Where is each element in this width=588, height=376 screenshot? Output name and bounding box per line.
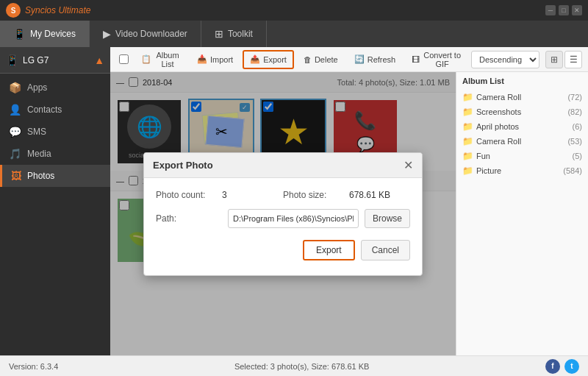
album-count-3: (6) [573, 122, 582, 131]
select-all-checkbox[interactable] [119, 54, 129, 64]
status-bar: Version: 6.3.4 Selected: 3 photo(s), Siz… [0, 355, 588, 376]
refresh-button[interactable]: 🔄 Refresh [348, 50, 403, 69]
album-name-5: Fun [476, 152, 570, 160]
album-item-screenshots[interactable]: 📁 Screenshots (82) [461, 104, 584, 119]
delete-icon: 🗑 [304, 55, 312, 64]
album-name-4: Camera Roll [476, 137, 564, 146]
album-list-label: Album List [154, 51, 181, 68]
convert-gif-button[interactable]: 🎞 Convert to GIF [405, 50, 468, 69]
album-icon-5: 📁 [462, 151, 473, 161]
album-item-camera-roll-1[interactable]: 📁 Camera Roll (72) [461, 90, 584, 104]
close-button[interactable]: ✕ [572, 5, 582, 15]
refresh-label: Refresh [368, 55, 396, 64]
album-icon-4: 📁 [462, 136, 473, 146]
app-title: Syncios Ultimate [25, 5, 90, 15]
photo-count-value: 3 [222, 190, 283, 200]
grid-view-button[interactable]: ⊞ [545, 51, 563, 68]
album-item-camera-roll-2[interactable]: 📁 Camera Roll (53) [461, 134, 584, 149]
sidebar-item-apps-label: Apps [27, 82, 47, 93]
tab-my-devices[interactable]: 📱 My Devices [0, 21, 90, 47]
media-icon: 🎵 [9, 148, 21, 160]
path-label: Path: [156, 213, 222, 224]
nav-bar: 📱 My Devices ▶ Video Downloader ⊞ Toolki… [0, 21, 588, 47]
album-icon-2: 📁 [462, 107, 473, 117]
sidebar-item-photos[interactable]: 🖼 Photos [0, 165, 110, 187]
sidebar-item-sms-label: SMS [27, 127, 46, 137]
sidebar-item-media[interactable]: 🎵 Media [0, 143, 110, 165]
photo-size-value: 678.61 KB [349, 190, 410, 200]
refresh-icon: 🔄 [354, 54, 365, 64]
convert-gif-icon: 🎞 [412, 55, 420, 64]
tab-video-downloader-label: Video Downloader [115, 29, 187, 39]
toolkit-icon: ⊞ [215, 28, 223, 40]
window-controls[interactable]: ─ □ ✕ [545, 5, 582, 15]
delete-label: Delete [315, 55, 338, 64]
album-count-1: (72) [567, 93, 582, 102]
list-view-button[interactable]: ☰ [564, 51, 582, 68]
sidebar-item-contacts[interactable]: 👤 Contacts [0, 99, 110, 121]
contacts-icon: 👤 [9, 104, 21, 116]
photos-icon: 🖼 [11, 170, 21, 182]
import-label: Import [210, 55, 233, 64]
modal-body: Photo count: 3 Photo size: 678.61 KB Pat… [144, 178, 422, 275]
export-modal: Export Photo ✕ Photo count: 3 Photo size… [143, 152, 423, 276]
twitter-button[interactable]: t [564, 359, 579, 374]
album-name-2: Screenshots [476, 107, 564, 116]
album-count-5: (5) [573, 152, 582, 160]
my-devices-icon: 📱 [13, 28, 26, 40]
convert-gif-label: Convert to GIF [423, 51, 462, 68]
album-name-3: April photos [476, 122, 570, 131]
export-label: Export [263, 55, 287, 64]
sidebar-item-sms[interactable]: 💬 SMS [0, 121, 110, 143]
export-button[interactable]: 📤 Export [243, 50, 294, 69]
sidebar: 📱 LG G7 ▲ 📦 Apps 👤 Contacts 💬 SMS 🎵 Medi… [0, 47, 110, 355]
sidebar-item-apps[interactable]: 📦 Apps [0, 77, 110, 99]
sidebar-item-photos-label: Photos [27, 171, 54, 181]
tab-my-devices-label: My Devices [30, 29, 76, 39]
tab-toolkit[interactable]: ⊞ Toolkit [201, 21, 267, 47]
title-bar: S Syncios Ultimate ─ □ ✕ [0, 0, 588, 21]
album-item-april[interactable]: 📁 April photos (6) [461, 119, 584, 134]
right-panel: Album List 📁 Camera Roll (72) 📁 Screensh… [456, 72, 588, 355]
video-downloader-icon: ▶ [103, 28, 111, 40]
browse-button[interactable]: Browse [365, 209, 410, 228]
sidebar-item-contacts-label: Contacts [27, 104, 62, 115]
device-icon: 📱 [6, 54, 18, 66]
modal-header: Export Photo ✕ [144, 153, 422, 178]
photo-count-label: Photo count: [156, 190, 222, 200]
social-buttons: f t [545, 359, 579, 374]
modal-close-button[interactable]: ✕ [404, 158, 413, 172]
modal-export-button[interactable]: Export [303, 240, 355, 260]
content-area: 📋 Album List 📥 Import 📤 Export 🗑 Delete … [110, 47, 588, 355]
main-area: 📱 LG G7 ▲ 📦 Apps 👤 Contacts 💬 SMS 🎵 Medi… [0, 47, 588, 355]
tab-video-downloader[interactable]: ▶ Video Downloader [90, 21, 201, 47]
album-item-fun[interactable]: 📁 Fun (5) [461, 149, 584, 163]
device-header: 📱 LG G7 ▲ [0, 47, 110, 74]
facebook-button[interactable]: f [545, 359, 560, 374]
import-button[interactable]: 📥 Import [190, 50, 240, 69]
album-list-icon: 📋 [141, 54, 151, 64]
app-logo: S [6, 3, 21, 18]
modal-title: Export Photo [153, 160, 404, 171]
version-label: Version: 6.3.4 [9, 362, 58, 371]
album-item-picture[interactable]: 📁 Picture (584) [461, 163, 584, 178]
path-row: Path: Browse [156, 209, 410, 228]
maximize-button[interactable]: □ [559, 5, 569, 15]
album-name-1: Camera Roll [476, 93, 564, 102]
album-list-button[interactable]: 📋 Album List [135, 50, 187, 69]
upload-icon[interactable]: ▲ [94, 54, 104, 66]
tab-toolkit-label: Toolkit [228, 29, 253, 39]
sort-dropdown[interactable]: DescendingAscending [471, 51, 539, 68]
import-icon: 📥 [197, 54, 207, 64]
modal-cancel-button[interactable]: Cancel [361, 240, 410, 260]
device-name: LG G7 [23, 55, 90, 65]
minimize-button[interactable]: ─ [545, 5, 556, 15]
right-panel-title: Album List [461, 77, 584, 85]
album-count-4: (53) [567, 137, 582, 146]
modal-overlay: Export Photo ✕ Photo count: 3 Photo size… [110, 72, 456, 355]
delete-button[interactable]: 🗑 Delete [297, 50, 345, 69]
album-icon-3: 📁 [462, 121, 473, 132]
album-icon-1: 📁 [462, 92, 473, 102]
path-input[interactable] [228, 209, 359, 228]
export-icon: 📤 [250, 54, 260, 64]
